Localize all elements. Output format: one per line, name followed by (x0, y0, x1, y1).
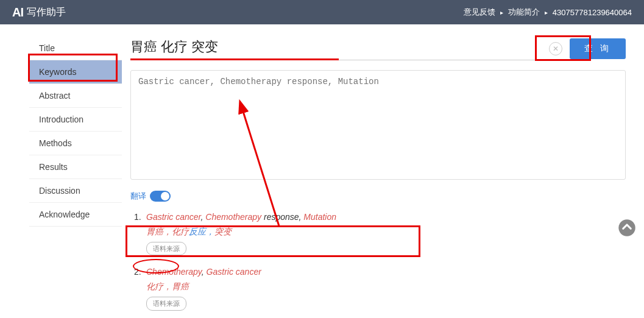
logo: AI 写作助手 (12, 5, 66, 19)
sidebar-item-discussion[interactable]: Discussion (29, 179, 122, 203)
main-content: ✕ 查 询 翻译 1. Gastric cancer, Chemotherapy… (122, 24, 644, 318)
arrow-up-circle-icon (618, 219, 636, 237)
header-bar: AI 写作助手 意见反馈 ▸ 功能简介 ▸ 430757781239640064 (0, 0, 644, 24)
sidebar-item-abstract[interactable]: Abstract (29, 84, 122, 108)
keywords-textarea[interactable] (130, 70, 626, 180)
svg-point-0 (618, 219, 635, 236)
scroll-top-button[interactable] (616, 217, 638, 239)
result-english: Chemotherapy, Gastric cancer (146, 265, 626, 280)
logo-text: 写作助手 (27, 6, 66, 19)
sidebar-item-results[interactable]: Results (29, 155, 122, 179)
separator-icon: ▸ (545, 9, 548, 16)
translate-label: 翻译 (130, 191, 146, 202)
features-link[interactable]: 功能简介 (508, 7, 540, 18)
sidebar-item-acknowledge[interactable]: Acknowledge (29, 203, 122, 227)
query-button[interactable]: 查 询 (570, 38, 626, 59)
result-number: 2. (134, 265, 146, 310)
result-chinese: 化疗，胃癌 (146, 280, 626, 294)
sidebar-item-methods[interactable]: Methods (29, 132, 122, 155)
sidebar: Title Keywords Abstract Introduction Met… (0, 24, 122, 318)
separator-icon: ▸ (500, 9, 503, 16)
logo-icon: AI (12, 5, 23, 19)
result-item: 2. Chemotherapy, Gastric cancer 化疗，胃癌 语料… (134, 265, 626, 310)
source-tag[interactable]: 语料来源 (146, 242, 186, 256)
source-tag[interactable]: 语料来源 (146, 297, 186, 311)
header-links: 意见反馈 ▸ 功能简介 ▸ 430757781239640064 (464, 7, 632, 18)
result-item: 1. Gastric cancer, Chemotherapy response… (134, 210, 626, 255)
result-english: Gastric cancer, Chemotherapy response, M… (146, 210, 626, 225)
result-chinese: 胃癌，化疗反应，突变 (146, 225, 626, 239)
results-list: 1. Gastric cancer, Chemotherapy response… (130, 210, 626, 311)
search-input[interactable] (130, 37, 542, 60)
search-row: ✕ 查 询 (130, 37, 626, 60)
translate-row: 翻译 (130, 191, 626, 202)
result-number: 1. (134, 210, 146, 255)
translate-toggle[interactable] (150, 191, 171, 202)
sidebar-item-introduction[interactable]: Introduction (29, 108, 122, 132)
sidebar-item-title[interactable]: Title (29, 37, 122, 60)
sidebar-item-keywords[interactable]: Keywords (29, 60, 122, 84)
feedback-link[interactable]: 意见反馈 (464, 7, 495, 18)
clear-icon[interactable]: ✕ (549, 42, 562, 55)
userid-link[interactable]: 430757781239640064 (553, 8, 632, 17)
